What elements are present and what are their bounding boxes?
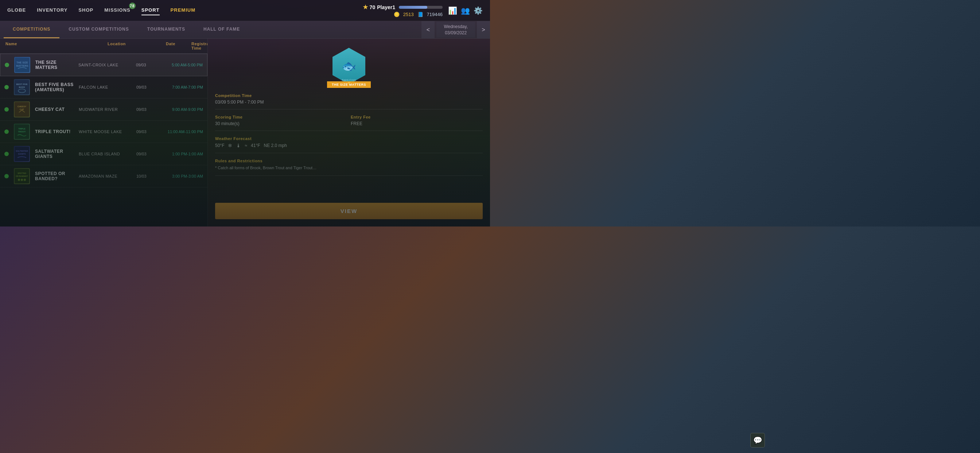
comp-name: CHEESY CAT (35, 107, 76, 112)
date-line1: Wednesday, (444, 24, 468, 30)
comp-name: SPOTTED OR BANDED? (35, 171, 76, 181)
comp-date: 09/03 (136, 85, 156, 89)
col-date-header: Date (166, 41, 191, 50)
comp-name: SALTWATER GIANTS (35, 149, 76, 159)
xp-progress-fill (399, 6, 427, 9)
svg-point-21 (24, 179, 26, 181)
comp-location: FALCON LAKE (79, 85, 134, 89)
comp-location: MUDWATER RIVER (79, 107, 134, 112)
player-info: ★ 70 Player1 🪙 2513 📘 719446 (363, 4, 442, 17)
comp-date: 10/03 (136, 174, 156, 179)
tab-custom-competitions[interactable]: CUSTOM COMPETITIONS (59, 21, 138, 38)
status-dot (5, 107, 9, 112)
comp-time: 1:00 PM-1:00 AM (159, 152, 203, 156)
player-level: 70 (370, 4, 375, 10)
comp-name: THE SIZE MATTERS (35, 60, 75, 70)
col-reg-header: Registration Time (191, 41, 208, 50)
nav-globe[interactable]: GLOBE (7, 5, 26, 15)
competition-time-value: 03/09 5:00 PM - 7:00 PM (215, 100, 483, 105)
nav-missions[interactable]: MISSIONS 78 (104, 5, 130, 15)
svg-text:OR BANDED?: OR BANDED? (16, 175, 28, 177)
missions-badge: 78 (129, 3, 135, 9)
comp-date: 09/03 (136, 129, 156, 134)
date-prev-button[interactable]: < (422, 21, 434, 39)
competition-item[interactable]: THE SIZE MATTERS THE SIZE MATTERS SAINT-… (0, 54, 207, 76)
nav-inventory[interactable]: INVENTORY (37, 5, 67, 15)
svg-text:SPOTTED: SPOTTED (18, 172, 26, 174)
date-line2: 03/09/2022 (444, 30, 468, 36)
entry-fee-label: Entry Fee (351, 115, 483, 119)
scoring-time-value: 30 minute(s) (215, 121, 347, 126)
player-username: Player1 (377, 4, 395, 10)
competition-item[interactable]: CHEESY CAT CHEESY CAT MUDWATER RIVER 09/… (0, 99, 207, 121)
svg-text:THE SIZE: THE SIZE (16, 61, 28, 64)
col-location-header: Location (108, 41, 166, 50)
status-dot (5, 63, 9, 67)
competition-badge: 🐟 THE SIZE MATTERS Saint-Croix ★ (215, 46, 483, 86)
competition-list: Name Location Date Registration Time THE… (0, 39, 208, 226)
thermometer-icon: 🌡 (236, 143, 241, 148)
competition-item[interactable]: BEST FIVE BASS BEST FIVE BASS (AMATEURS)… (0, 76, 207, 99)
status-dot (5, 85, 9, 89)
weather-wind-icon: ≈ (245, 143, 247, 148)
list-header: Name Location Date Registration Time (0, 39, 207, 54)
competition-detail-panel: 🐟 THE SIZE MATTERS Saint-Croix ★ Competi… (208, 39, 490, 226)
status-dot (5, 152, 9, 156)
weather-section: Weather Forecast 50°F ❄ 🌡 ≈ 41°F NE 2.0 … (215, 136, 483, 153)
comp-logo: TRIPLE TROUT! (14, 124, 30, 140)
date-navigation: < Wednesday, 03/09/2022 > (422, 21, 490, 39)
svg-text:MATTERS: MATTERS (16, 65, 29, 67)
coins-icon: 🪙 (394, 12, 399, 17)
social-icon[interactable]: 👥 (461, 6, 470, 15)
comp-logo: THE SIZE MATTERS (14, 57, 30, 73)
competition-time-section: Competition Time 03/09 5:00 PM - 7:00 PM (215, 93, 483, 109)
comp-time: 9:00 AM-9:00 PM (159, 107, 203, 112)
svg-text:TRIPLE: TRIPLE (18, 128, 25, 130)
svg-point-20 (21, 179, 23, 181)
competition-item[interactable]: TRIPLE TROUT! TRIPLE TROUT! WHITE MOOSE … (0, 121, 207, 143)
comp-date: 09/03 (136, 63, 156, 67)
svg-text:BASS: BASS (19, 86, 25, 88)
comp-time: 3:00 PM-3:00 AM (159, 174, 203, 179)
scoring-block: Scoring Time 30 minute(s) (215, 115, 347, 126)
nav-premium[interactable]: PREMIUM (170, 5, 196, 15)
settings-icon[interactable]: ⚙️ (474, 6, 483, 15)
scoring-entry-section: Scoring Time 30 minute(s) Entry Fee FREE (215, 115, 483, 131)
rules-text: * Catch all forms of Brook, Brown Trout … (215, 165, 483, 171)
nav-shop[interactable]: SHOP (78, 5, 93, 15)
book-icon: 📘 (417, 12, 423, 17)
comp-time: 7:00 AM-7:00 PM (159, 85, 203, 89)
tab-tournaments[interactable]: TOURNAMENTS (138, 21, 194, 38)
status-dot (5, 174, 9, 179)
competition-item[interactable]: SPOTTED OR BANDED? SPOTTED OR BANDED? AM… (0, 165, 207, 187)
svg-text:CHEESY: CHEESY (18, 105, 27, 108)
hex-badge: 🐟 THE SIZE MATTERS Saint-Croix ★ (331, 46, 367, 86)
svg-point-19 (18, 179, 20, 181)
nav-sport[interactable]: SPORT (142, 5, 160, 15)
hex-star: ★ (347, 80, 351, 85)
weather-wind-dir: NE 2.0 mph (264, 143, 287, 148)
top-right-area: ★ 70 Player1 🪙 2513 📘 719446 📊 👥 ⚙️ (363, 4, 483, 17)
view-button[interactable]: VIEW (215, 203, 483, 219)
comp-date: 09/03 (136, 152, 156, 156)
coins-value: 2513 (403, 12, 414, 17)
comp-logo: CHEESY CAT (14, 101, 30, 118)
weather-temp2: 41°F (251, 143, 260, 148)
tab-hall-of-fame[interactable]: HALL OF FAME (194, 21, 249, 38)
scoring-time-label: Scoring Time (215, 115, 347, 119)
comp-time: 11:00 AM-11:00 PM (159, 129, 203, 134)
date-next-button[interactable]: > (477, 21, 490, 39)
player-name-row: ★ 70 Player1 (363, 4, 442, 11)
xp-progress-bar (399, 6, 442, 9)
competition-item[interactable]: SALTWATER GIANTS SALTWATER GIANTS BLUE C… (0, 143, 207, 165)
entry-fee-block: Entry Fee FREE (351, 115, 483, 126)
tab-navigation: COMPETITIONS CUSTOM COMPETITIONS TOURNAM… (0, 21, 490, 39)
comp-name: TRIPLE TROUT! (35, 129, 76, 134)
tab-competitions[interactable]: COMPETITIONS (4, 21, 59, 38)
leaderboard-icon[interactable]: 📊 (448, 6, 457, 15)
weather-temp1: 50°F (215, 143, 224, 148)
star-icon: ★ (363, 4, 368, 11)
nav-links: GLOBE INVENTORY SHOP MISSIONS 78 SPORT P… (7, 5, 363, 15)
scoring-entry-row: Scoring Time 30 minute(s) Entry Fee FREE (215, 115, 483, 126)
comp-time: 5:00 AM-5:00 PM (159, 63, 203, 67)
